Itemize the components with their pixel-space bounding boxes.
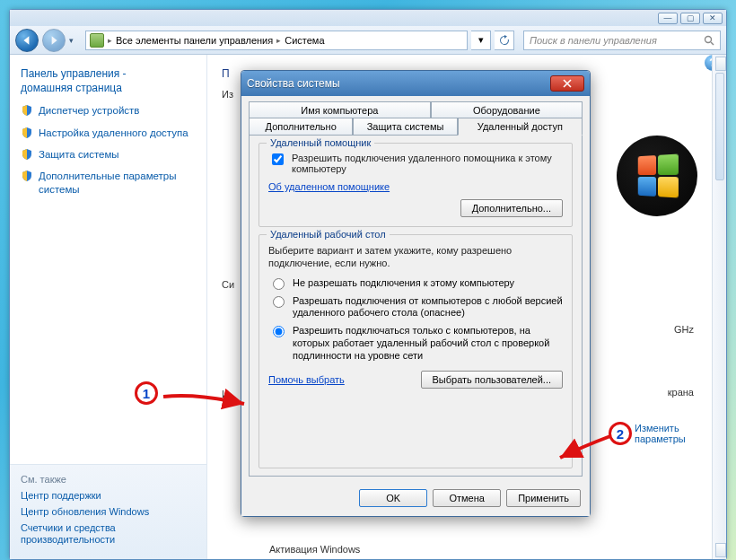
dialog-body: Имя компьютера Оборудование Дополнительн… [241,96,590,482]
remote-assistance-group: Удаленный помощник Разрешить подключения… [258,143,573,227]
nav-history-dropdown[interactable]: ▾ [69,36,82,45]
annotation-badge-2: 2 [609,422,632,445]
see-also-header: См. также [21,474,196,485]
dialog-footer: OK Отмена Применить [241,482,590,516]
svg-point-0 [705,36,712,42]
system-icon [90,33,104,48]
windows-logo-icon [617,136,697,216]
sidebar-item-system-protection[interactable]: Защита системы [21,148,196,161]
tab-remote-content: Удаленный помощник Разрешить подключения… [249,135,583,477]
arrow-right-icon [48,35,59,46]
dialog-close-button[interactable] [550,75,584,92]
system-properties-dialog: Свойства системы Имя компьютера Оборудов… [241,70,591,517]
allow-remote-assistance-checkbox[interactable]: Разрешить подключения удаленного помощни… [268,153,563,174]
window-titlebar: — ▢ ✕ [10,10,726,26]
vertical-scrollbar[interactable] [712,55,726,559]
cancel-button[interactable]: Отмена [433,489,501,507]
sidebar-item-device-manager[interactable]: Диспетчер устройств [21,104,196,117]
tab-remote[interactable]: Удаленный доступ [458,118,583,136]
tabs-row-2: Дополнительно Защита системы Удаленный д… [249,118,583,136]
nav-forward-button[interactable] [42,29,66,52]
minimize-button[interactable]: — [658,13,678,24]
address-dropdown-button[interactable]: ▾ [471,31,491,50]
dialog-titlebar[interactable]: Свойства системы [241,71,590,96]
tab-advanced[interactable]: Дополнительно [249,118,353,136]
see-also-section: См. также Центр поддержки Центр обновлен… [10,464,206,560]
shield-icon [21,170,33,182]
tab-computer-name[interactable]: Имя компьютера [249,101,431,118]
shield-icon [21,104,33,117]
refresh-icon [499,35,510,46]
radio-input[interactable] [273,326,285,337]
search-placeholder: Поиск в панели управления [530,35,657,46]
control-panel-home-link[interactable]: Панель управления - домашняя страница [21,67,196,95]
chevron-right-icon: ▸ [276,36,281,45]
tab-system-protection[interactable]: Защита системы [353,118,457,136]
close-window-button[interactable]: ✕ [703,13,723,24]
help-choose-link[interactable]: Помочь выбрать [268,374,345,385]
group-legend: Удаленный помощник [267,137,374,148]
see-also-link-support[interactable]: Центр поддержки [21,490,196,501]
remote-assistance-advanced-button[interactable]: Дополнительно... [460,199,563,217]
search-icon [704,35,714,46]
radio-input[interactable] [273,278,285,290]
address-bar: ▾ ▸ Все элементы панели управления ▸ Сис… [10,26,726,55]
truncated-text: крана [581,387,715,398]
tabs-row-1: Имя компьютера Оборудование [249,101,583,118]
sidebar-item-advanced-settings[interactable]: Дополнительные параметры системы [21,170,196,196]
remote-desktop-group: Удаленный рабочий стол Выберите вариант … [258,234,573,468]
breadcrumb-item[interactable]: Все элементы панели управления [116,35,273,46]
select-users-button[interactable]: Выбрать пользователей... [421,371,564,389]
sidebar: Панель управления - домашняя страница Ди… [10,55,207,559]
group-description: Выберите вариант и затем укажите, кому р… [268,244,563,270]
breadcrumb[interactable]: ▸ Все элементы панели управления ▸ Систе… [85,31,468,50]
apply-button[interactable]: Применить [506,489,581,507]
sidebar-item-remote-settings[interactable]: Настройка удаленного доступа [21,127,196,139]
dialog-title: Свойства системы [247,77,550,90]
scroll-thumb[interactable] [715,73,724,180]
arrow-left-icon [22,35,32,46]
ok-button[interactable]: OK [359,489,427,507]
refresh-button[interactable] [495,31,514,50]
checkbox-input[interactable] [272,153,284,165]
group-legend: Удаленный рабочий стол [267,229,390,240]
shield-icon [21,127,33,139]
annotation-arrow-1 [162,388,251,415]
nav-back-button[interactable] [15,29,39,52]
about-remote-assistance-link[interactable]: Об удаленном помощнике [268,181,390,192]
right-column: GHz крана Изменить параметры [581,136,715,444]
tab-hardware[interactable]: Оборудование [431,101,583,118]
close-icon [563,79,572,88]
search-input[interactable]: Поиск в панели управления [523,31,721,50]
rdp-option-any-version[interactable]: Разрешать подключения от компьютеров с л… [268,295,563,320]
rdp-option-disallow[interactable]: Не разрешать подключения к этому компьют… [268,277,563,290]
shield-icon [21,148,33,161]
chevron-right-icon: ▸ [108,36,112,45]
breadcrumb-item[interactable]: Система [285,35,324,46]
annotation-badge-1: 1 [135,381,158,405]
cpu-ghz-label: GHz [581,324,715,335]
maximize-button[interactable]: ▢ [680,13,700,24]
activation-label: Активация Windows [269,544,360,555]
see-also-link-perf[interactable]: Счетчики и средства производительности [21,522,196,547]
see-also-link-update[interactable]: Центр обновления Windows [21,506,196,517]
radio-input[interactable] [273,296,285,308]
rdp-option-nla-only[interactable]: Разрешить подключаться только с компьюте… [268,325,563,362]
